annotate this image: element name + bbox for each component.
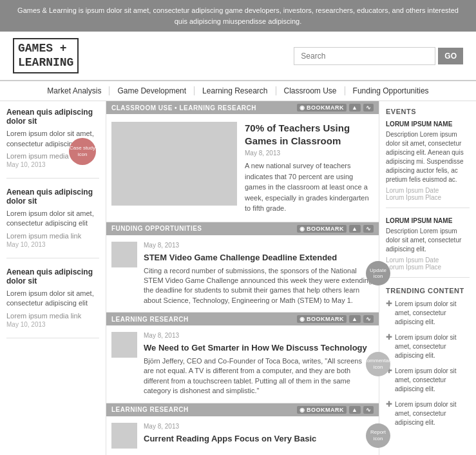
share-icon-4[interactable]: ▲ [349,406,360,414]
small-date-3: May 8, 2013 [144,423,374,430]
sidebar-card-3-title: Aenean quis adipiscing dolor sit [6,267,99,286]
small-date-1: May 8, 2013 [144,242,374,249]
small-body-2: Björn Jeffery, CEO and Co-Founder of Toc… [144,356,374,396]
logo[interactable]: GAMES + LEARNING [13,38,79,73]
small-content-2: May 8, 2013 We Need to Get Smarter in Ho… [144,332,374,396]
section-header-lr1-label: LEARNING RESEARCH [111,316,189,323]
section-header-funding: FUNDING OPPORTUNITIES ◉ BOOKMARK ▲ ∿ [106,222,379,235]
trending-plus-2: ✚ [386,333,392,341]
sidebar-card-1-date: May 10, 2013 [6,161,46,168]
small-thumb-3 [111,423,137,449]
commentary-icon-label: Commentary icon [363,358,393,370]
sidebar-card-2-link[interactable]: Lorem ipsum media link [6,232,99,240]
share-icon-1[interactable]: ▲ [349,104,360,111]
sidebar-card-3: Aenean quis adipiscing dolor sit Lorem i… [6,267,99,338]
bookmark-icon-4[interactable]: ◉ BOOKMARK [297,406,347,414]
logo-line2: LEARNING [18,56,73,69]
event-1-date: Lorum Ipsum Date [386,187,470,194]
main-nav: Market Analysis Game Development Learnin… [0,81,476,101]
trending-text-3: Lorem ipsum dolor sit amet, consectetur … [395,367,470,394]
small-title-3[interactable]: Current Reading Apps Focus on Very Basic [144,434,374,445]
event-2-place: Lorum Ipsum Place [386,264,470,271]
trending-item-2[interactable]: ✚ Lorem ipsum dolor sit amet, consectetu… [386,333,470,360]
rss-icon-3[interactable]: ∿ [363,315,374,323]
nav-item-learning-research[interactable]: Learning Research [195,86,276,95]
events-title: EVENTS [386,108,470,115]
nav-item-game-development[interactable]: Game Development [109,86,195,95]
search-input[interactable] [294,47,435,65]
trending-block: TRENDING CONTENT ✚ Lorem ipsum dolor sit… [386,287,470,427]
rss-icon-1[interactable]: ∿ [363,104,374,111]
commentary-icon: Commentary icon [366,352,390,376]
event-1-place: Lorum Ipsum Place [386,194,470,201]
section-header-learning-research-1: LEARNING RESEARCH ◉ BOOKMARK ▲ ∿ [106,313,379,325]
report-icon: Report icon [366,423,390,448]
trending-item-1[interactable]: ✚ Lorem ipsum dolor sit amet, consectetu… [386,300,470,327]
sidebar-card-3-link[interactable]: Lorem ipsum media link [6,312,99,320]
main-layout: Aenean quis adipiscing dolor sit Lorem i… [0,101,476,455]
right-sidebar: EVENTS LORUM IPSUM NAME Description Lore… [379,101,476,455]
small-article-1: May 8, 2013 STEM Video Game Challenge De… [106,235,379,313]
small-thumb-1 [111,242,137,267]
bookmark-icon-2[interactable]: ◉ BOOKMARK [297,225,347,233]
rss-icon-2[interactable]: ∿ [363,225,374,233]
section-icons-1: ◉ BOOKMARK ▲ ∿ [297,104,374,111]
sidebar-card-3-date: May 10, 2013 [6,321,46,328]
update-icon-label: Update icon [366,267,390,280]
event-1: LORUM IPSUM NAME Description Lorem ipsum… [386,121,470,208]
small-article-3: May 8, 2013 Current Reading Apps Focus o… [106,416,379,455]
event-2: LORUM IPSUM NAME Description Lorem ipsum… [386,217,470,278]
article-body-1: A new national survey of teachers indica… [245,160,374,214]
section-header-learning-research-2: LEARNING RESEARCH ◉ BOOKMARK ▲ ∿ [106,403,379,416]
share-icon-3[interactable]: ▲ [349,315,360,323]
report-icon-label: Report icon [366,429,390,441]
small-body-1: Citing a record number of submissions, t… [144,266,374,306]
featured-article-1: 70% of Teachers Using Games in Classroom… [106,114,379,222]
section-header-lr2-label: LEARNING RESEARCH [111,406,189,413]
nav-item-funding-opportunities[interactable]: Funding Opportunities [345,86,437,95]
banner-text: Games & Learning is ipsum dolor sit amet… [17,6,459,25]
event-2-date: Lorum Ipsum Date [386,257,470,264]
section-header-classroom-learning-label: CLASSROOM USE • LEARNING RESEARCH [111,104,256,111]
section-header-classroom-learning: CLASSROOM USE • LEARNING RESEARCH ◉ BOOK… [106,101,379,114]
sidebar-card-2-title: Aenean quis adipiscing dolor sit [6,188,99,206]
event-2-desc: Description Lorem ipsum dolor sit amet, … [386,227,470,254]
bookmark-icon-3[interactable]: ◉ BOOKMARK [297,315,347,323]
section-icons-4: ◉ BOOKMARK ▲ ∿ [297,406,374,414]
go-button[interactable]: GO [438,48,463,64]
sidebar-card-2: Aenean quis adipiscing dolor sit Lorem i… [6,188,99,258]
top-banner: Games & Learning is ipsum dolor sit amet… [0,0,476,32]
sidebar-card-1-title: Aenean quis adipiscing dolor sit [6,108,99,126]
bookmark-icon-1[interactable]: ◉ BOOKMARK [297,104,347,111]
nav-item-market-analysis[interactable]: Market Analysis [39,86,109,95]
event-2-name: LORUM IPSUM NAME [386,217,470,224]
article-content-1: 70% of Teachers Using Games in Classroom… [245,122,374,214]
nav-item-classroom-use[interactable]: Classroom Use [276,86,345,95]
small-article-2: May 8, 2013 We Need to Get Smarter in Ho… [106,325,379,403]
small-title-1[interactable]: STEM Video Game Challenge Deadline Exten… [144,253,374,264]
section-icons-2: ◉ BOOKMARK ▲ ∿ [297,225,374,233]
trending-plus-4: ✚ [386,400,392,408]
trending-item-3[interactable]: ✚ Lorem ipsum dolor sit amet, consectetu… [386,367,470,394]
small-content-3: May 8, 2013 Current Reading Apps Focus o… [144,423,374,449]
section-icons-3: ◉ BOOKMARK ▲ ∿ [297,315,374,323]
update-icon: Update icon [366,261,390,286]
sidebar-card-1: Aenean quis adipiscing dolor sit Lorem i… [6,108,99,179]
section-header-funding-label: FUNDING OPPORTUNITIES [111,225,202,232]
trending-item-4[interactable]: ✚ Lorem ipsum dolor sit amet, consectetu… [386,400,470,427]
trending-text-2: Lorem ipsum dolor sit amet, consectetur … [395,333,470,360]
header: GAMES + LEARNING GO [0,32,476,81]
trending-text-4: Lorem ipsum dolor sit amet, consectetur … [395,400,470,427]
search-area: GO [294,47,463,65]
share-icon-2[interactable]: ▲ [349,225,360,233]
logo-line1: GAMES + [18,42,67,55]
sidebar-card-2-date: May 10, 2013 [6,241,46,248]
small-title-2[interactable]: We Need to Get Smarter in How We Discuss… [144,343,374,354]
sidebar-card-3-body: Lorem ipsum dolor sit amet, consectetur … [6,289,99,309]
rss-icon-4[interactable]: ∿ [363,406,374,414]
small-date-2: May 8, 2013 [144,332,374,339]
small-thumb-2 [111,332,137,358]
case-study-label: Case study icon [69,145,96,157]
article-title-1[interactable]: 70% of Teachers Using Games in Classroom [245,122,374,147]
trending-text-1: Lorem ipsum dolor sit amet, consectetur … [395,300,470,327]
